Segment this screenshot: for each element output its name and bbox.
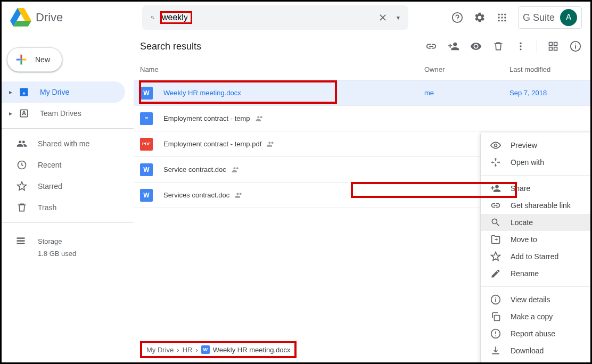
- plus-icon: [14, 52, 29, 67]
- pdf-file-icon: PDF: [140, 138, 153, 151]
- nav-label: Team Drives: [40, 109, 81, 118]
- svg-point-5: [498, 16, 499, 18]
- file-row[interactable]: ≡Employment contract - temp: [134, 106, 590, 131]
- menu-open-with[interactable]: Open with›: [481, 154, 592, 171]
- download-icon: [489, 345, 502, 356]
- menu-rename[interactable]: Rename: [481, 265, 592, 282]
- pencil-icon: [489, 268, 502, 279]
- file-owner: me: [424, 89, 509, 97]
- menu-preview[interactable]: Preview: [481, 137, 592, 154]
- word-file-icon: W: [140, 163, 153, 176]
- column-headers: Name Owner Last modified: [134, 59, 590, 80]
- share-icon[interactable]: [447, 40, 460, 53]
- breadcrumb-seg-1[interactable]: HR: [183, 346, 193, 354]
- open-with-icon: [489, 157, 502, 168]
- link-icon: [489, 200, 502, 211]
- menu-label: Open with: [511, 158, 544, 167]
- move-icon: [489, 234, 502, 245]
- menu-add-to-starred[interactable]: Add to Starred: [481, 248, 592, 265]
- header-actions: G Suite A: [451, 6, 582, 29]
- svg-point-24: [520, 48, 521, 50]
- caret-icon: ▸: [9, 110, 15, 117]
- breadcrumb-current: Weekly HR meeting.docx: [213, 346, 291, 354]
- svg-point-31: [575, 44, 576, 45]
- apps-icon[interactable]: [496, 11, 508, 24]
- help-icon[interactable]: [451, 11, 464, 24]
- search-icon: [489, 217, 502, 228]
- new-label: New: [35, 55, 50, 64]
- search-icon[interactable]: [146, 11, 159, 24]
- breadcrumb-seg-0[interactable]: My Drive: [146, 346, 174, 354]
- col-owner[interactable]: Owner: [424, 65, 509, 73]
- nav-label: Starred: [38, 182, 62, 191]
- person-add-icon: [489, 183, 502, 194]
- menu-get-shareable-link[interactable]: Get shareable link: [481, 197, 592, 214]
- svg-rect-27: [549, 47, 553, 51]
- sidebar-divider: [2, 222, 134, 223]
- col-name[interactable]: Name: [140, 65, 424, 73]
- sidebar-item-trash[interactable]: Trash: [2, 197, 125, 218]
- svg-rect-13: [20, 61, 22, 65]
- svg-point-23: [520, 45, 521, 47]
- svg-rect-21: [17, 243, 25, 244]
- more-icon[interactable]: [514, 40, 527, 53]
- chevron-right-icon: ›: [195, 346, 198, 354]
- menu-share[interactable]: Share: [481, 180, 592, 197]
- menu-report-abuse[interactable]: Report abuse: [481, 325, 592, 342]
- sidebar-item-shared-with-me[interactable]: Shared with me: [2, 133, 125, 154]
- svg-point-7: [504, 16, 506, 18]
- sidebar-item-team-drives[interactable]: ▸Team Drives: [2, 103, 125, 124]
- report-icon: [489, 328, 502, 339]
- main: Search results Name Owner Last modified …: [134, 34, 590, 362]
- avatar[interactable]: A: [560, 9, 577, 26]
- storage-icon: [15, 236, 28, 246]
- breadcrumb: My Drive › HR › W Weekly HR meeting.docx: [140, 341, 297, 358]
- svg-rect-11: [20, 55, 22, 59]
- menu-label: Move to: [511, 235, 537, 244]
- sidebar-item-recent[interactable]: Recent: [2, 154, 125, 176]
- sidebar-item-my-drive[interactable]: ▸My Drive: [2, 81, 125, 103]
- remove-icon[interactable]: [492, 40, 505, 53]
- svg-point-35: [495, 297, 496, 298]
- menu-move-to[interactable]: Move to: [481, 231, 592, 248]
- toolbar: Search results: [134, 34, 590, 59]
- search-options-icon[interactable]: ▼: [392, 14, 404, 22]
- settings-icon[interactable]: [473, 11, 486, 24]
- clear-search-icon[interactable]: [373, 8, 392, 27]
- search-input[interactable]: [162, 13, 187, 22]
- file-row[interactable]: WWeekly HR meeting.docxmeSep 7, 2018: [134, 80, 590, 106]
- word-file-icon: W: [140, 87, 153, 100]
- menu-label: Make a copy: [511, 312, 553, 321]
- nav-label: My Drive: [40, 88, 69, 96]
- menu-locate[interactable]: Locate: [481, 214, 592, 231]
- svg-rect-20: [17, 240, 25, 242]
- view-grid-icon[interactable]: [547, 40, 560, 53]
- col-modified[interactable]: Last modified: [509, 65, 584, 73]
- menu-download[interactable]: Download: [481, 342, 592, 359]
- storage-used: 1.8 GB used: [38, 250, 134, 258]
- word-file-icon: W: [140, 189, 153, 202]
- menu-label: Share: [511, 184, 530, 193]
- storage-section[interactable]: Storage 1.8 GB used: [2, 227, 134, 258]
- new-button[interactable]: New: [7, 47, 62, 72]
- word-file-icon: W: [201, 345, 210, 354]
- svg-point-9: [501, 20, 503, 21]
- preview-icon[interactable]: [470, 40, 482, 53]
- get-link-icon[interactable]: [425, 40, 438, 53]
- svg-point-4: [504, 14, 506, 15]
- context-menu: PreviewOpen with›ShareGet shareable link…: [481, 133, 592, 364]
- svg-rect-15: [20, 59, 22, 60]
- logo[interactable]: Drive: [10, 7, 142, 28]
- details-icon[interactable]: [569, 40, 582, 53]
- svg-point-17: [23, 112, 24, 113]
- app-name: Drive: [36, 11, 63, 24]
- menu-make-a-copy[interactable]: Make a copy: [481, 308, 592, 325]
- gsuite-badge[interactable]: G Suite A: [518, 6, 582, 29]
- svg-point-39: [495, 335, 496, 336]
- menu-view-details[interactable]: View details: [481, 291, 592, 308]
- sidebar-item-starred[interactable]: Starred: [2, 176, 125, 197]
- svg-point-22: [520, 43, 521, 44]
- search-bar: ▼: [142, 5, 408, 30]
- svg-point-8: [498, 20, 499, 21]
- menu-label: Get shareable link: [511, 201, 571, 210]
